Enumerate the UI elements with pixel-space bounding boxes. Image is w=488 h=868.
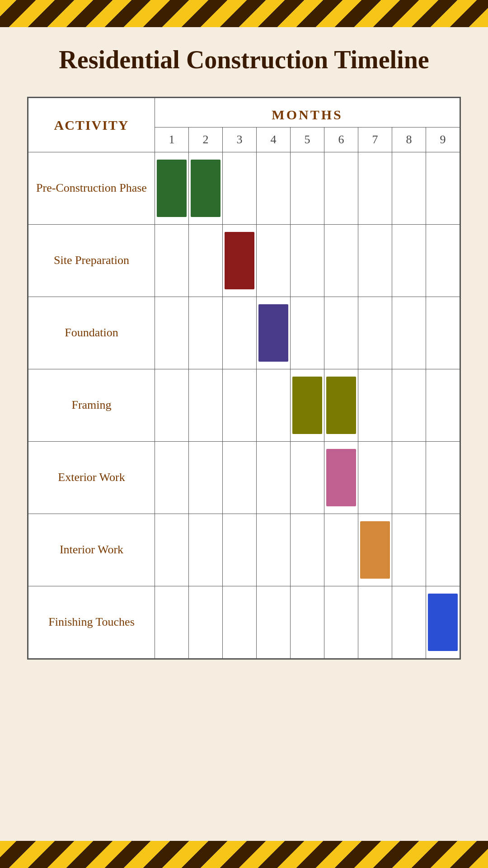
gantt-bar-5-month7 bbox=[360, 521, 390, 579]
gantt-cell-row5-month6 bbox=[324, 514, 358, 586]
month-9: 9 bbox=[426, 127, 460, 152]
gantt-row: Finishing Touches bbox=[28, 586, 460, 659]
gantt-cell-row1-month4 bbox=[257, 225, 291, 297]
gantt-cell-row6-month9 bbox=[426, 586, 460, 659]
gantt-cell-row5-month9 bbox=[426, 514, 460, 586]
activity-label-5: Interior Work bbox=[28, 514, 155, 586]
gantt-cell-row6-month8 bbox=[392, 586, 426, 659]
gantt-cell-row1-month7 bbox=[358, 225, 392, 297]
gantt-cell-row3-month5 bbox=[291, 369, 324, 442]
activity-header: ACTIVITY bbox=[28, 98, 155, 152]
gantt-cell-row0-month4 bbox=[257, 152, 291, 225]
month-1: 1 bbox=[155, 127, 189, 152]
gantt-cell-row0-month2 bbox=[189, 152, 223, 225]
months-header: MONTHS bbox=[155, 98, 460, 127]
gantt-cell-row0-month7 bbox=[358, 152, 392, 225]
gantt-cell-row4-month5 bbox=[291, 442, 324, 514]
gantt-cell-row5-month4 bbox=[257, 514, 291, 586]
month-4: 4 bbox=[257, 127, 291, 152]
gantt-bar-6-month9 bbox=[428, 594, 458, 651]
gantt-row: Exterior Work bbox=[28, 442, 460, 514]
gantt-row: Interior Work bbox=[28, 514, 460, 586]
gantt-cell-row6-month7 bbox=[358, 586, 392, 659]
gantt-cell-row6-month6 bbox=[324, 586, 358, 659]
gantt-cell-row2-month3 bbox=[223, 297, 257, 369]
gantt-cell-row6-month4 bbox=[257, 586, 291, 659]
gantt-cell-row3-month8 bbox=[392, 369, 426, 442]
activity-label-4: Exterior Work bbox=[28, 442, 155, 514]
gantt-cell-row6-month3 bbox=[223, 586, 257, 659]
gantt-cell-row2-month2 bbox=[189, 297, 223, 369]
gantt-cell-row1-month1 bbox=[155, 225, 189, 297]
gantt-cell-row1-month3 bbox=[223, 225, 257, 297]
gantt-cell-row3-month2 bbox=[189, 369, 223, 442]
gantt-chart: ACTIVITY MONTHS 1 2 3 4 5 6 7 8 9 P bbox=[27, 97, 461, 660]
gantt-cell-row2-month8 bbox=[392, 297, 426, 369]
gantt-cell-row3-month1 bbox=[155, 369, 189, 442]
gantt-cell-row1-month5 bbox=[291, 225, 324, 297]
month-6: 6 bbox=[324, 127, 358, 152]
activity-label-1: Site Preparation bbox=[28, 225, 155, 297]
hazard-stripe-top bbox=[0, 0, 488, 27]
month-8: 8 bbox=[392, 127, 426, 152]
gantt-cell-row3-month9 bbox=[426, 369, 460, 442]
gantt-bar-0-month1 bbox=[157, 160, 187, 217]
gantt-bar-3-month6 bbox=[326, 377, 357, 434]
gantt-cell-row3-month7 bbox=[358, 369, 392, 442]
gantt-cell-row5-month2 bbox=[189, 514, 223, 586]
month-3: 3 bbox=[223, 127, 257, 152]
activity-label-2: Foundation bbox=[28, 297, 155, 369]
gantt-cell-row2-month6 bbox=[324, 297, 358, 369]
gantt-cell-row4-month3 bbox=[223, 442, 257, 514]
gantt-cell-row6-month1 bbox=[155, 586, 189, 659]
gantt-cell-row3-month6 bbox=[324, 369, 358, 442]
gantt-cell-row6-month5 bbox=[291, 586, 324, 659]
gantt-cell-row2-month4 bbox=[257, 297, 291, 369]
gantt-cell-row0-month3 bbox=[223, 152, 257, 225]
gantt-cell-row0-month5 bbox=[291, 152, 324, 225]
gantt-bar-2-month4 bbox=[258, 304, 289, 362]
header-row-1: ACTIVITY MONTHS bbox=[28, 98, 460, 127]
month-7: 7 bbox=[358, 127, 392, 152]
gantt-cell-row5-month3 bbox=[223, 514, 257, 586]
gantt-cell-row2-month7 bbox=[358, 297, 392, 369]
gantt-bar-3-month5 bbox=[292, 377, 323, 434]
hazard-stripe-bottom bbox=[0, 841, 488, 868]
gantt-cell-row4-month8 bbox=[392, 442, 426, 514]
gantt-row: Foundation bbox=[28, 297, 460, 369]
gantt-cell-row4-month6 bbox=[324, 442, 358, 514]
gantt-row: Site Preparation bbox=[28, 225, 460, 297]
gantt-cell-row1-month6 bbox=[324, 225, 358, 297]
gantt-cell-row4-month1 bbox=[155, 442, 189, 514]
activity-label-0: Pre-Construction Phase bbox=[28, 152, 155, 225]
gantt-cell-row1-month2 bbox=[189, 225, 223, 297]
gantt-cell-row3-month3 bbox=[223, 369, 257, 442]
gantt-cell-row4-month7 bbox=[358, 442, 392, 514]
gantt-cell-row0-month1 bbox=[155, 152, 189, 225]
gantt-bar-4-month6 bbox=[326, 449, 357, 506]
gantt-cell-row5-month1 bbox=[155, 514, 189, 586]
gantt-cell-row3-month4 bbox=[257, 369, 291, 442]
gantt-cell-row5-month7 bbox=[358, 514, 392, 586]
gantt-bar-1-month3 bbox=[225, 232, 255, 289]
gantt-cell-row5-month8 bbox=[392, 514, 426, 586]
gantt-cell-row2-month5 bbox=[291, 297, 324, 369]
gantt-cell-row2-month1 bbox=[155, 297, 189, 369]
gantt-cell-row4-month4 bbox=[257, 442, 291, 514]
gantt-cell-row1-month8 bbox=[392, 225, 426, 297]
activity-label-3: Framing bbox=[28, 369, 155, 442]
gantt-cell-row0-month8 bbox=[392, 152, 426, 225]
gantt-cell-row0-month9 bbox=[426, 152, 460, 225]
activity-label-6: Finishing Touches bbox=[28, 586, 155, 659]
gantt-cell-row1-month9 bbox=[426, 225, 460, 297]
gantt-cell-row4-month2 bbox=[189, 442, 223, 514]
gantt-cell-row6-month2 bbox=[189, 586, 223, 659]
gantt-row: Pre-Construction Phase bbox=[28, 152, 460, 225]
month-5: 5 bbox=[291, 127, 324, 152]
gantt-row: Framing bbox=[28, 369, 460, 442]
month-2: 2 bbox=[189, 127, 223, 152]
page-title: Residential Construction Timeline bbox=[27, 45, 461, 74]
gantt-cell-row2-month9 bbox=[426, 297, 460, 369]
gantt-cell-row5-month5 bbox=[291, 514, 324, 586]
gantt-cell-row0-month6 bbox=[324, 152, 358, 225]
